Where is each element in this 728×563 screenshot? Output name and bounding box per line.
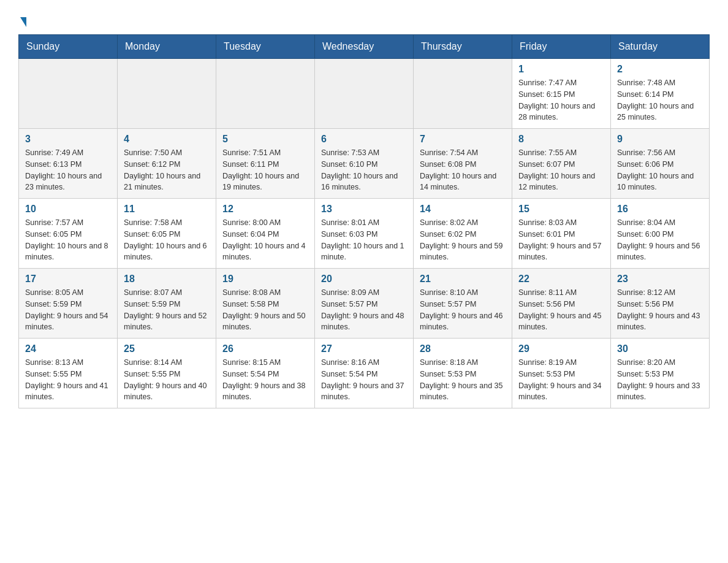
day-number: 20: [321, 274, 407, 285]
day-info: Sunrise: 8:10 AMSunset: 5:57 PMDaylight:…: [420, 287, 506, 333]
day-info: Sunrise: 8:12 AMSunset: 5:56 PMDaylight:…: [617, 287, 703, 333]
logo-triangle-icon: [20, 17, 26, 27]
calendar-cell: 1Sunrise: 7:47 AMSunset: 6:15 PMDaylight…: [512, 59, 611, 129]
day-number: 10: [25, 204, 111, 215]
day-info: Sunrise: 7:54 AMSunset: 6:08 PMDaylight:…: [420, 147, 506, 193]
day-info: Sunrise: 7:56 AMSunset: 6:06 PMDaylight:…: [617, 147, 703, 193]
day-info: Sunrise: 8:15 AMSunset: 5:54 PMDaylight:…: [222, 357, 308, 403]
calendar-cell: 16Sunrise: 8:04 AMSunset: 6:00 PMDayligh…: [611, 199, 710, 269]
calendar-cell: 17Sunrise: 8:05 AMSunset: 5:59 PMDayligh…: [19, 269, 118, 339]
day-number: 24: [25, 343, 111, 354]
day-number: 25: [124, 343, 210, 354]
day-number: 16: [617, 204, 703, 215]
day-info: Sunrise: 8:04 AMSunset: 6:00 PMDaylight:…: [617, 217, 703, 263]
day-info: Sunrise: 7:58 AMSunset: 6:05 PMDaylight:…: [124, 217, 210, 263]
calendar-cell: [19, 59, 118, 129]
day-number: 9: [617, 134, 703, 145]
page-header: [18, 12, 710, 28]
day-number: 4: [124, 134, 210, 145]
day-number: 27: [321, 343, 407, 354]
day-number: 7: [420, 134, 506, 145]
day-number: 6: [321, 134, 407, 145]
day-number: 12: [222, 204, 308, 215]
day-number: 13: [321, 204, 407, 215]
calendar-week-row: 1Sunrise: 7:47 AMSunset: 6:15 PMDaylight…: [19, 59, 710, 129]
day-info: Sunrise: 8:11 AMSunset: 5:56 PMDaylight:…: [518, 287, 604, 333]
day-info: Sunrise: 8:16 AMSunset: 5:54 PMDaylight:…: [321, 357, 407, 403]
calendar-header-row: SundayMondayTuesdayWednesdayThursdayFrid…: [19, 35, 710, 59]
day-info: Sunrise: 8:13 AMSunset: 5:55 PMDaylight:…: [25, 357, 111, 403]
day-number: 19: [222, 274, 308, 285]
weekday-header-wednesday: Wednesday: [315, 35, 414, 59]
calendar-cell: 3Sunrise: 7:49 AMSunset: 6:13 PMDaylight…: [19, 129, 118, 199]
day-number: 5: [222, 134, 308, 145]
day-number: 28: [420, 343, 506, 354]
day-info: Sunrise: 8:08 AMSunset: 5:58 PMDaylight:…: [222, 287, 308, 333]
calendar-cell: 2Sunrise: 7:48 AMSunset: 6:14 PMDaylight…: [611, 59, 710, 129]
calendar-cell: 21Sunrise: 8:10 AMSunset: 5:57 PMDayligh…: [414, 269, 512, 339]
day-number: 18: [124, 274, 210, 285]
day-info: Sunrise: 8:20 AMSunset: 5:53 PMDaylight:…: [617, 357, 703, 403]
day-info: Sunrise: 8:03 AMSunset: 6:01 PMDaylight:…: [518, 217, 604, 263]
day-info: Sunrise: 8:02 AMSunset: 6:02 PMDaylight:…: [420, 217, 506, 263]
day-info: Sunrise: 8:05 AMSunset: 5:59 PMDaylight:…: [25, 287, 111, 333]
calendar-cell: 14Sunrise: 8:02 AMSunset: 6:02 PMDayligh…: [414, 199, 512, 269]
day-info: Sunrise: 7:51 AMSunset: 6:11 PMDaylight:…: [222, 147, 308, 193]
calendar-cell: 4Sunrise: 7:50 AMSunset: 6:12 PMDaylight…: [118, 129, 216, 199]
day-info: Sunrise: 7:53 AMSunset: 6:10 PMDaylight:…: [321, 147, 407, 193]
calendar-cell: 18Sunrise: 8:07 AMSunset: 5:59 PMDayligh…: [118, 269, 216, 339]
day-number: 29: [518, 343, 604, 354]
day-number: 26: [222, 343, 308, 354]
calendar-cell: 8Sunrise: 7:55 AMSunset: 6:07 PMDaylight…: [512, 129, 611, 199]
day-info: Sunrise: 8:19 AMSunset: 5:53 PMDaylight:…: [518, 357, 604, 403]
day-number: 23: [617, 274, 703, 285]
day-info: Sunrise: 7:49 AMSunset: 6:13 PMDaylight:…: [25, 147, 111, 193]
weekday-header-saturday: Saturday: [611, 35, 710, 59]
calendar-cell: [118, 59, 216, 129]
day-info: Sunrise: 8:00 AMSunset: 6:04 PMDaylight:…: [222, 217, 308, 263]
calendar-cell: 6Sunrise: 7:53 AMSunset: 6:10 PMDaylight…: [315, 129, 414, 199]
calendar-cell: 15Sunrise: 8:03 AMSunset: 6:01 PMDayligh…: [512, 199, 611, 269]
weekday-header-thursday: Thursday: [414, 35, 512, 59]
day-number: 2: [617, 64, 703, 75]
calendar-week-row: 17Sunrise: 8:05 AMSunset: 5:59 PMDayligh…: [19, 269, 710, 339]
day-number: 21: [420, 274, 506, 285]
day-number: 17: [25, 274, 111, 285]
weekday-header-tuesday: Tuesday: [216, 35, 315, 59]
calendar-cell: 10Sunrise: 7:57 AMSunset: 6:05 PMDayligh…: [19, 199, 118, 269]
calendar-week-row: 3Sunrise: 7:49 AMSunset: 6:13 PMDaylight…: [19, 129, 710, 199]
weekday-header-sunday: Sunday: [19, 35, 118, 59]
calendar-cell: 9Sunrise: 7:56 AMSunset: 6:06 PMDaylight…: [611, 129, 710, 199]
day-info: Sunrise: 8:01 AMSunset: 6:03 PMDaylight:…: [321, 217, 407, 263]
day-number: 22: [518, 274, 604, 285]
calendar-cell: 24Sunrise: 8:13 AMSunset: 5:55 PMDayligh…: [19, 339, 118, 408]
calendar-cell: 27Sunrise: 8:16 AMSunset: 5:54 PMDayligh…: [315, 339, 414, 408]
day-number: 11: [124, 204, 210, 215]
calendar-cell: 12Sunrise: 8:00 AMSunset: 6:04 PMDayligh…: [216, 199, 315, 269]
day-number: 8: [518, 134, 604, 145]
calendar-cell: 28Sunrise: 8:18 AMSunset: 5:53 PMDayligh…: [414, 339, 512, 408]
calendar-cell: 13Sunrise: 8:01 AMSunset: 6:03 PMDayligh…: [315, 199, 414, 269]
weekday-header-monday: Monday: [118, 35, 216, 59]
calendar-cell: [315, 59, 414, 129]
day-info: Sunrise: 7:48 AMSunset: 6:14 PMDaylight:…: [617, 77, 703, 123]
day-info: Sunrise: 7:55 AMSunset: 6:07 PMDaylight:…: [518, 147, 604, 193]
calendar-cell: 29Sunrise: 8:19 AMSunset: 5:53 PMDayligh…: [512, 339, 611, 408]
calendar-cell: 25Sunrise: 8:14 AMSunset: 5:55 PMDayligh…: [118, 339, 216, 408]
calendar-cell: 5Sunrise: 7:51 AMSunset: 6:11 PMDaylight…: [216, 129, 315, 199]
calendar-cell: 22Sunrise: 8:11 AMSunset: 5:56 PMDayligh…: [512, 269, 611, 339]
day-number: 1: [518, 64, 604, 75]
calendar-cell: 26Sunrise: 8:15 AMSunset: 5:54 PMDayligh…: [216, 339, 315, 408]
calendar-week-row: 24Sunrise: 8:13 AMSunset: 5:55 PMDayligh…: [19, 339, 710, 408]
calendar-week-row: 10Sunrise: 7:57 AMSunset: 6:05 PMDayligh…: [19, 199, 710, 269]
calendar-cell: 19Sunrise: 8:08 AMSunset: 5:58 PMDayligh…: [216, 269, 315, 339]
day-number: 30: [617, 343, 703, 354]
calendar-cell: 30Sunrise: 8:20 AMSunset: 5:53 PMDayligh…: [611, 339, 710, 408]
logo: [18, 18, 26, 28]
day-info: Sunrise: 7:57 AMSunset: 6:05 PMDaylight:…: [25, 217, 111, 263]
day-info: Sunrise: 7:50 AMSunset: 6:12 PMDaylight:…: [124, 147, 210, 193]
weekday-header-friday: Friday: [512, 35, 611, 59]
calendar-cell: 7Sunrise: 7:54 AMSunset: 6:08 PMDaylight…: [414, 129, 512, 199]
day-info: Sunrise: 8:09 AMSunset: 5:57 PMDaylight:…: [321, 287, 407, 333]
calendar-cell: 23Sunrise: 8:12 AMSunset: 5:56 PMDayligh…: [611, 269, 710, 339]
